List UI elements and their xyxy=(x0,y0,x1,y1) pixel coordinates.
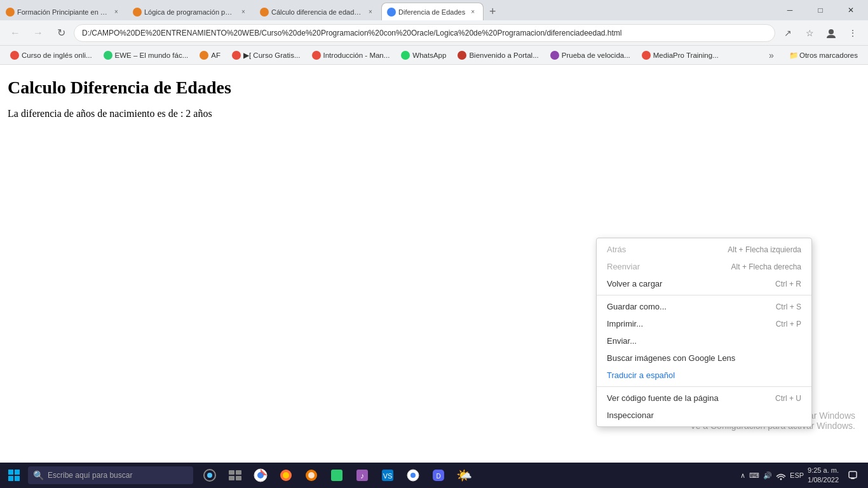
tab-close-tab3[interactable]: × xyxy=(365,7,376,17)
context-menu: AtrásAlt + Flecha izquierdaReenviarAlt +… xyxy=(596,238,812,427)
new-tab-button[interactable]: + xyxy=(484,3,501,20)
ctx-divider-9 xyxy=(597,386,811,387)
svg-text:♪: ♪ xyxy=(360,471,364,480)
bookmark-item-4[interactable]: Introducción - Man... xyxy=(307,50,395,61)
svg-rect-8 xyxy=(236,470,241,475)
taskbar-right: ∧ ⌨ 🔊 ESP 9:25 a. m. 1/08/2022 xyxy=(740,464,868,487)
svg-point-27 xyxy=(780,478,782,480)
bookmark-favicon-7 xyxy=(550,51,559,60)
sound-icon[interactable]: 🔊 xyxy=(763,471,772,480)
bookmark-folder-icon: 📁 xyxy=(789,51,798,60)
tab-title-tab3: Cálculo diferencia de edades | Ló... xyxy=(271,8,363,16)
tab-tab3[interactable]: Cálculo diferencia de edades | Ló...× xyxy=(254,3,381,20)
ctx-item-10[interactable]: Ver código fuente de la páginaCtrl + U xyxy=(597,390,811,407)
bookmark-label-0: Curso de inglés onli... xyxy=(22,51,92,59)
tab-tab1[interactable]: Formación Principiante en Progr...× xyxy=(0,3,127,20)
bookmark-label-1: EWE – El mundo fác... xyxy=(115,51,189,59)
back-button[interactable]: ← xyxy=(5,23,25,43)
firefox-icon[interactable] xyxy=(275,464,297,487)
chrome2-icon[interactable] xyxy=(402,464,424,487)
cortana-button[interactable] xyxy=(198,464,221,487)
vscode-icon[interactable]: VS xyxy=(376,464,399,487)
minimize-button[interactable]: ─ xyxy=(775,0,804,20)
bookmark-item-6[interactable]: Bienvenido a Portal... xyxy=(452,50,543,61)
tab-close-tab4[interactable]: × xyxy=(468,7,478,17)
tab-close-tab1[interactable]: × xyxy=(111,7,121,17)
arrow-up-icon[interactable]: ∧ xyxy=(740,471,745,480)
ctx-item-8[interactable]: Traducir a español xyxy=(597,367,811,384)
ctx-label-5: Imprimir... xyxy=(607,319,643,329)
ctx-label-4: Guardar como... xyxy=(607,302,667,311)
taskview-button[interactable] xyxy=(224,464,247,487)
notification-button[interactable] xyxy=(843,464,863,487)
system-tray: ∧ xyxy=(740,471,745,480)
tab-favicon-tab2 xyxy=(133,8,142,17)
clock-date: 1/08/2022 xyxy=(808,475,839,485)
tab-tab4[interactable]: Diferencia de Edades× xyxy=(381,3,484,20)
profile-button[interactable] xyxy=(821,23,841,43)
tab-favicon-tab1 xyxy=(6,8,15,17)
address-input[interactable] xyxy=(74,24,775,42)
page-text: La diferencia de años de nacimiento es d… xyxy=(8,108,860,119)
ctx-item-11[interactable]: Inspeccionar xyxy=(597,407,811,424)
bookmark-item-0[interactable]: Curso de inglés onli... xyxy=(5,50,97,61)
address-actions: ↗ ☆ ⋮ xyxy=(778,23,863,43)
language-label: ESP xyxy=(790,471,804,479)
bookmark-item-1[interactable]: EWE – El mundo fác... xyxy=(98,50,194,61)
ctx-item-5[interactable]: Imprimir...Ctrl + P xyxy=(597,315,811,332)
forward-button[interactable]: → xyxy=(28,23,48,43)
bookmark-favicon-3 xyxy=(232,51,241,60)
svg-rect-9 xyxy=(229,476,234,480)
bookmark-item-2[interactable]: AF xyxy=(194,50,226,61)
taskbar-search-input[interactable] xyxy=(48,471,175,480)
music-icon[interactable]: ♪ xyxy=(351,464,374,487)
bookmark-label-6: Bienvenido a Portal... xyxy=(469,51,538,59)
ctx-label-7: Buscar imágenes con Google Lens xyxy=(607,353,735,363)
bookmark-item-5[interactable]: WhatsApp xyxy=(396,50,451,61)
ctx-label-8: Traducir a español xyxy=(607,370,675,380)
ctx-label-0: Atrás xyxy=(607,245,626,254)
ctx-item-2[interactable]: Volver a cargarCtrl + R xyxy=(597,275,811,292)
ctx-shortcut-10: Ctrl + U xyxy=(775,394,801,403)
share-button[interactable]: ↗ xyxy=(778,23,798,43)
other-bookmarks-button[interactable]: 📁 Otros marcadores xyxy=(784,50,863,61)
ctx-item-6[interactable]: Enviar... xyxy=(597,332,811,349)
window-controls: ─ □ ✕ xyxy=(775,0,868,20)
bookmark-favicon-5 xyxy=(401,51,410,60)
weather-icon[interactable]: 🌤️ xyxy=(452,464,475,487)
tab-tab2[interactable]: Lógica de programación parte 1:...× xyxy=(127,3,254,20)
extensions-button[interactable]: ⋮ xyxy=(843,23,863,43)
svg-point-17 xyxy=(308,472,315,478)
title-bar: Formación Principiante en Progr...×Lógic… xyxy=(0,0,868,20)
ctx-item-0: AtrásAlt + Flecha izquierda xyxy=(597,241,811,258)
chrome-icon[interactable] xyxy=(249,464,272,487)
ctx-shortcut-2: Ctrl + R xyxy=(775,280,801,288)
bookmark-item-8[interactable]: MediaPro Training... xyxy=(637,50,724,61)
tab-close-tab2[interactable]: × xyxy=(238,7,248,17)
bookmark-button[interactable]: ☆ xyxy=(799,23,820,43)
ctx-label-2: Volver a cargar xyxy=(607,279,662,288)
svg-rect-2 xyxy=(15,470,20,475)
ctx-item-7[interactable]: Buscar imágenes con Google Lens xyxy=(597,349,811,367)
ctx-shortcut-4: Ctrl + S xyxy=(776,302,801,311)
ctx-item-4[interactable]: Guardar como...Ctrl + S xyxy=(597,298,811,315)
bookmarks-bar: Curso de inglés onli...EWE – El mundo fá… xyxy=(0,46,868,65)
bookmarks-more-button[interactable]: » xyxy=(761,46,782,65)
green-app-icon[interactable] xyxy=(325,464,348,487)
taskbar-search[interactable]: 🔍 xyxy=(28,466,193,484)
ctx-shortcut-5: Ctrl + P xyxy=(776,320,801,329)
blender-icon[interactable] xyxy=(300,464,323,487)
refresh-button[interactable]: ↻ xyxy=(51,23,71,43)
ctx-shortcut-1: Alt + Flecha derecha xyxy=(731,262,801,271)
start-button[interactable] xyxy=(0,463,28,488)
close-button[interactable]: ✕ xyxy=(836,0,865,20)
tab-favicon-tab3 xyxy=(260,8,269,17)
maximize-button[interactable]: □ xyxy=(806,0,835,20)
bookmark-item-3[interactable]: ▶[ Curso Gratis... xyxy=(227,50,306,61)
svg-rect-10 xyxy=(236,476,241,480)
network-icon xyxy=(776,470,786,480)
discord-icon[interactable]: D xyxy=(427,464,450,487)
bookmark-label-5: WhatsApp xyxy=(412,51,446,59)
taskbar-clock: 9:25 a. m. 1/08/2022 xyxy=(808,466,839,485)
bookmark-item-7[interactable]: Prueba de velocida... xyxy=(545,50,635,61)
